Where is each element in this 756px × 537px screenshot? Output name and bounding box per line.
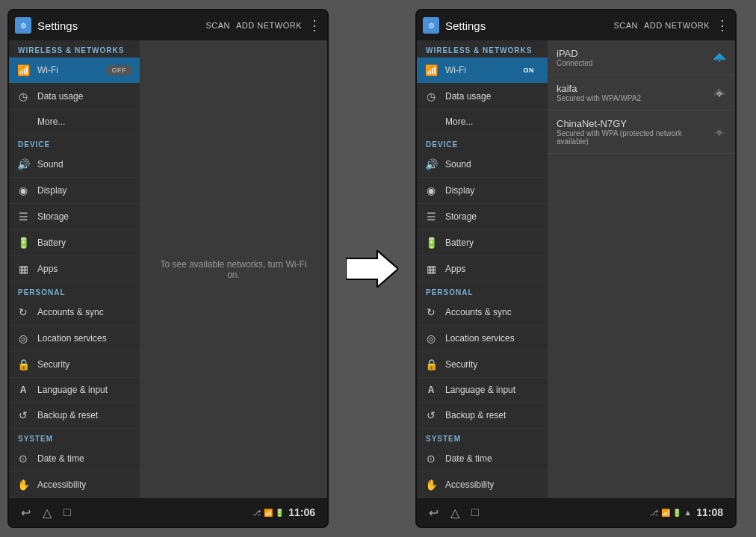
right-battery-item[interactable]: 🔋 Battery bbox=[417, 230, 548, 256]
right-data-label: Data usage bbox=[445, 91, 540, 102]
left-empty-hint: To see available networks, turn Wi-Fi on… bbox=[140, 244, 327, 295]
display-icon: ◉ bbox=[16, 184, 30, 196]
left-battery-status: 🔋 bbox=[275, 509, 284, 517]
main-container: ⚙ Settings SCAN ADD NETWORK ⋮ WIRELESS &… bbox=[0, 0, 756, 537]
right-security-item[interactable]: 🔒 Security bbox=[417, 352, 548, 378]
svg-point-3 bbox=[719, 134, 721, 136]
left-recents-btn[interactable]: □ bbox=[63, 506, 71, 520]
left-header: ⚙ Settings SCAN ADD NETWORK ⋮ bbox=[9, 10, 327, 40]
left-body: WIRELESS & NETWORKS 📶 Wi-Fi OFF ◷ Data u… bbox=[9, 40, 327, 498]
left-battery-label: Battery bbox=[37, 238, 132, 248]
right-wifi-label: Wi-Fi bbox=[445, 65, 510, 75]
right-more-btn[interactable]: ⋮ bbox=[716, 17, 729, 34]
right-apps-item[interactable]: ▦ Apps bbox=[417, 256, 548, 282]
left-security-item[interactable]: 🔒 Security bbox=[9, 352, 140, 378]
wifi-network-kaifa[interactable]: kaifa Secured with WPA/WPA2 bbox=[548, 75, 735, 111]
data-usage-icon: ◷ bbox=[16, 90, 30, 102]
right-date-label: Date & time bbox=[445, 453, 540, 464]
left-more-btn[interactable]: ⋮ bbox=[308, 17, 321, 34]
ipad-name: iPAD bbox=[557, 48, 713, 59]
right-sidebar: WIRELESS & NETWORKS 📶 Wi-Fi ON ◷ Data us… bbox=[417, 40, 548, 498]
left-accessibility-item[interactable]: ✋ Accessibility bbox=[9, 472, 140, 498]
right-battery-status: 🔋 bbox=[672, 509, 681, 517]
left-home-btn[interactable]: △ bbox=[43, 506, 52, 520]
left-data-usage-item[interactable]: ◷ Data usage bbox=[9, 84, 140, 110]
right-wifi-item[interactable]: 📶 Wi-Fi ON bbox=[417, 58, 548, 84]
left-display-item[interactable]: ◉ Display bbox=[9, 178, 140, 204]
right-more-item[interactable]: More... bbox=[417, 110, 548, 134]
left-date-label: Date & time bbox=[37, 453, 132, 464]
right-language-icon: A bbox=[424, 385, 438, 395]
left-backup-item[interactable]: ↺ Backup & reset bbox=[9, 403, 140, 429]
left-add-network-btn[interactable]: ADD NETWORK bbox=[236, 21, 302, 30]
right-battery-label: Battery bbox=[445, 238, 540, 248]
right-home-btn[interactable]: △ bbox=[450, 506, 459, 520]
right-signal-icon: 📶 bbox=[661, 509, 670, 517]
wifi-network-ipad[interactable]: iPAD Connected bbox=[548, 40, 735, 75]
left-date-item[interactable]: ⊙ Date & time bbox=[9, 446, 140, 472]
left-scan-btn[interactable]: SCAN bbox=[205, 21, 230, 30]
left-apps-item[interactable]: ▦ Apps bbox=[9, 256, 140, 282]
right-wifi-toggle[interactable]: ON bbox=[518, 65, 541, 75]
left-sound-item[interactable]: 🔊 Sound bbox=[9, 152, 140, 178]
right-section-personal: PERSONAL bbox=[417, 282, 548, 299]
right-date-icon: ⊙ bbox=[424, 453, 438, 465]
left-main-content: To see available networks, turn Wi-Fi on… bbox=[140, 40, 327, 498]
left-battery-item[interactable]: 🔋 Battery bbox=[9, 230, 140, 256]
left-sound-label: Sound bbox=[37, 159, 132, 170]
svg-marker-0 bbox=[346, 250, 398, 287]
chinanet-status: Secured with WPA (protected network avai… bbox=[557, 129, 713, 146]
svg-point-2 bbox=[719, 94, 721, 96]
left-display-label: Display bbox=[37, 185, 132, 196]
right-date-item[interactable]: ⊙ Date & time bbox=[417, 446, 548, 472]
right-back-btn[interactable]: ↩ bbox=[429, 506, 439, 520]
left-section-device: DEVICE bbox=[9, 134, 140, 152]
right-scan-btn[interactable]: SCAN bbox=[613, 21, 638, 30]
accessibility-icon: ✋ bbox=[16, 479, 30, 491]
left-storage-label: Storage bbox=[37, 211, 132, 222]
right-sound-label: Sound bbox=[445, 159, 540, 170]
left-location-item[interactable]: ◎ Location services bbox=[9, 326, 140, 352]
left-more-item[interactable]: More... bbox=[9, 110, 140, 134]
left-storage-item[interactable]: ☰ Storage bbox=[9, 204, 140, 230]
left-wifi-item[interactable]: 📶 Wi-Fi OFF bbox=[9, 58, 140, 84]
accounts-icon: ↻ bbox=[16, 306, 30, 318]
wifi-network-chinanet[interactable]: ChinaNet-N7GY Secured with WPA (protecte… bbox=[548, 111, 735, 154]
left-language-item[interactable]: A Language & input bbox=[9, 378, 140, 403]
kaifa-signal-icon bbox=[713, 87, 726, 99]
right-location-icon: ◎ bbox=[424, 332, 438, 344]
right-header: ⚙ Settings SCAN ADD NETWORK ⋮ bbox=[417, 10, 735, 40]
left-section-system: SYSTEM bbox=[9, 429, 140, 446]
left-sidebar: WIRELESS & NETWORKS 📶 Wi-Fi OFF ◷ Data u… bbox=[9, 40, 140, 498]
right-backup-item[interactable]: ↺ Backup & reset bbox=[417, 403, 548, 429]
language-icon: A bbox=[16, 385, 30, 395]
right-storage-item[interactable]: ☰ Storage bbox=[417, 204, 548, 230]
right-language-item[interactable]: A Language & input bbox=[417, 378, 548, 403]
right-location-item[interactable]: ◎ Location services bbox=[417, 326, 548, 352]
right-footer: ↩ △ □ ⎇ 📶 🔋 ▲ 11:08 bbox=[417, 498, 735, 527]
right-storage-icon: ☰ bbox=[424, 211, 438, 223]
left-accessibility-label: Accessibility bbox=[37, 479, 132, 490]
date-icon: ⊙ bbox=[16, 453, 30, 465]
left-back-btn[interactable]: ↩ bbox=[21, 506, 31, 520]
left-usb-icon: ⎇ bbox=[252, 509, 261, 517]
right-data-usage-item[interactable]: ◷ Data usage bbox=[417, 84, 548, 110]
right-status-icons: ⎇ 📶 🔋 ▲ bbox=[650, 508, 692, 517]
right-usb-icon: ⎇ bbox=[650, 509, 659, 517]
right-recents-btn[interactable]: □ bbox=[471, 506, 479, 520]
right-add-network-btn[interactable]: ADD NETWORK bbox=[644, 21, 710, 30]
sound-icon: 🔊 bbox=[16, 158, 30, 170]
right-accessibility-item[interactable]: ✋ Accessibility bbox=[417, 472, 548, 498]
right-display-item[interactable]: ◉ Display bbox=[417, 178, 548, 204]
left-wifi-label: Wi-Fi bbox=[37, 65, 99, 75]
left-accounts-item[interactable]: ↻ Accounts & sync bbox=[9, 299, 140, 326]
left-section-personal: PERSONAL bbox=[9, 282, 140, 299]
right-accounts-item[interactable]: ↻ Accounts & sync bbox=[417, 299, 548, 326]
kaifa-info: kaifa Secured with WPA/WPA2 bbox=[557, 83, 713, 102]
left-wifi-toggle[interactable]: OFF bbox=[106, 65, 133, 75]
right-language-label: Language & input bbox=[445, 385, 540, 395]
left-location-label: Location services bbox=[37, 333, 132, 344]
right-sound-item[interactable]: 🔊 Sound bbox=[417, 152, 548, 178]
left-accounts-label: Accounts & sync bbox=[37, 307, 132, 317]
left-status-icons: ⎇ 📶 🔋 bbox=[252, 509, 284, 517]
